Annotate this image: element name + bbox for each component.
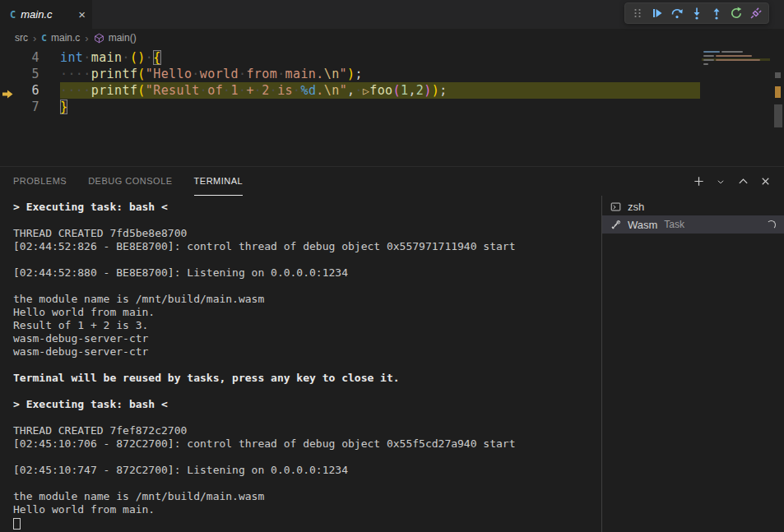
terminal-line: the module name is /mnt/build/main.wasm (13, 490, 601, 503)
terminal-line (13, 411, 601, 424)
overview-ruler (772, 47, 784, 166)
continue-button[interactable] (647, 3, 667, 23)
code-content: int·main·()·{ (60, 49, 700, 66)
terminal-line: Hello world from main. (13, 306, 601, 319)
terminal-line: THREAD CREATED 7fef872c2700 (13, 424, 601, 437)
step-over-button[interactable] (667, 3, 687, 23)
minimap-line (702, 54, 770, 57)
c-language-icon: C (10, 9, 16, 21)
tab-label: main.c (21, 8, 52, 21)
panel-tab-terminal[interactable]: TERMINAL (194, 167, 244, 196)
terminal-list-item-zsh[interactable]: zsh (602, 197, 784, 215)
panel-actions (691, 167, 772, 196)
terminal-line (13, 214, 601, 227)
terminal-item-label: Wasm (628, 219, 657, 231)
code-line-5[interactable]: 5····printf("Hello·world·from·main.\n"); (0, 66, 784, 82)
terminal-list: zshWasmTask (602, 197, 784, 234)
terminal-line (13, 385, 601, 398)
tools-icon (610, 220, 621, 230)
terminal-item-label: zsh (628, 201, 644, 213)
restart-button[interactable] (726, 3, 746, 23)
close-tab-icon[interactable]: × (78, 8, 86, 21)
breadcrumb-item-main-c[interactable]: Cmain.c (41, 32, 80, 44)
terminal-line: [02:45:10:747 - 872C2700]: Listening on … (13, 464, 601, 477)
terminal-cursor (13, 518, 21, 530)
breadcrumb: src›Cmain.c›main() (0, 29, 784, 47)
breadcrumb-label: main.c (51, 32, 80, 44)
terminal-line: [02:45:10:706 - 872C2700]: control threa… (13, 437, 601, 451)
terminal-line: Terminal will be reused by tasks, press … (13, 372, 601, 385)
terminal-line: > Executing task: bash < (13, 398, 601, 411)
terminal-line (13, 253, 601, 266)
toolbar-drag-handle[interactable] (628, 3, 647, 23)
chevron-right-icon: › (85, 32, 88, 44)
code-line-4[interactable]: 4int·main·()·{ (0, 49, 784, 66)
terminal-line: > Executing task: bash < (13, 201, 601, 214)
editor-tab-bar: C main.c × (0, 0, 784, 29)
terminal-line (13, 477, 601, 490)
terminal-line (13, 451, 601, 464)
terminal-line: [02:44:52:826 - BE8E8700]: control threa… (13, 240, 601, 253)
symbol-method-icon (94, 33, 104, 44)
breadcrumb-item-main-[interactable]: main() (94, 32, 137, 44)
breadcrumb-label: main() (109, 32, 137, 44)
minimap[interactable] (699, 49, 772, 164)
terminal-line: wasm-debug-server-ctr (13, 345, 601, 359)
terminal-line: [02:44:52:880 - BE8E8700]: Listening on … (13, 266, 601, 280)
minimap-line (702, 58, 770, 61)
ruler-mark (775, 86, 781, 98)
line-number: 7 (0, 99, 39, 115)
editor[interactable]: 4int·main·()·{5····printf("Hello·world·f… (0, 47, 784, 166)
terminal-line: Hello world from main. (13, 503, 601, 516)
terminal-icon (610, 201, 621, 212)
code-line-7[interactable]: 7} (0, 99, 784, 115)
terminal-profile-dropdown-button[interactable] (713, 174, 728, 189)
panel-tabs: PROBLEMSDEBUG CONSOLETERMINAL (13, 167, 264, 196)
terminal-output[interactable]: > Executing task: bash < THREAD CREATED … (0, 196, 601, 532)
chevron-right-icon: › (33, 32, 36, 44)
code-line-6[interactable]: 6····printf("Result·of·1·+·2·is·%d.\n",·… (0, 82, 784, 99)
code-content: } (60, 99, 700, 115)
ruler-mark (775, 72, 781, 78)
scrollbar-thumb[interactable] (774, 104, 782, 127)
terminal-line: wasm-debug-server-ctr (13, 332, 601, 345)
panel-body: > Executing task: bash < THREAD CREATED … (0, 196, 784, 532)
terminal-list-item-wasm[interactable]: WasmTask (602, 215, 784, 234)
terminal-line (13, 359, 601, 372)
editor-gutter[interactable]: 4 (0, 49, 60, 66)
terminal-line (13, 280, 601, 293)
close-panel-icon[interactable] (758, 174, 772, 189)
code-content-debug-highlight: ····printf("Result·of·1·+·2·is·%d.\n",·▷… (60, 82, 700, 99)
minimap-line (702, 62, 770, 65)
debug-toolbar (624, 2, 769, 24)
editor-gutter[interactable]: 7 (0, 99, 60, 115)
terminal-line: THREAD CREATED 7fd5be8e8700 (13, 227, 601, 240)
inline-debug-play-icon: ▷ (363, 85, 369, 97)
breadcrumb-item-src[interactable]: src (15, 32, 28, 44)
maximize-panel-button[interactable] (735, 174, 750, 189)
step-out-button[interactable] (707, 3, 726, 23)
terminal-sidebar: zshWasmTask (601, 196, 784, 532)
editor-gutter[interactable]: 5 (0, 66, 60, 82)
terminal-line: Result of 1 + 2 is 3. (13, 319, 601, 332)
breadcrumb-label: src (15, 32, 28, 44)
terminal-line: the module name is /mnt/build/main.wasm (13, 293, 601, 306)
c-language-icon: C (41, 33, 47, 44)
panel-tab-debug-console[interactable]: DEBUG CONSOLE (88, 167, 172, 196)
editor-lines: 4int·main·()·{5····printf("Hello·world·f… (0, 49, 784, 115)
minimap-line (702, 50, 770, 53)
tab-main-c[interactable]: C main.c × (0, 0, 92, 29)
new-terminal-button[interactable] (691, 174, 706, 189)
step-into-button[interactable] (687, 3, 707, 23)
panel-header: PROBLEMSDEBUG CONSOLETERMINAL (0, 167, 784, 196)
panel-tab-problems[interactable]: PROBLEMS (13, 167, 67, 196)
disconnect-button[interactable] (746, 3, 766, 23)
vscode-window: C main.c × src›Cmain.c›main() 4int·main·… (0, 0, 784, 532)
editor-gutter[interactable]: 6 (0, 82, 60, 99)
terminal-item-suffix: Task (664, 219, 684, 230)
line-number: 4 (0, 49, 39, 66)
line-number: 5 (0, 66, 39, 82)
terminal-line (13, 516, 601, 530)
panel: PROBLEMSDEBUG CONSOLETERMINAL > Executin… (0, 166, 784, 532)
code-content: ····printf("Hello·world·from·main.\n"); (60, 66, 700, 82)
